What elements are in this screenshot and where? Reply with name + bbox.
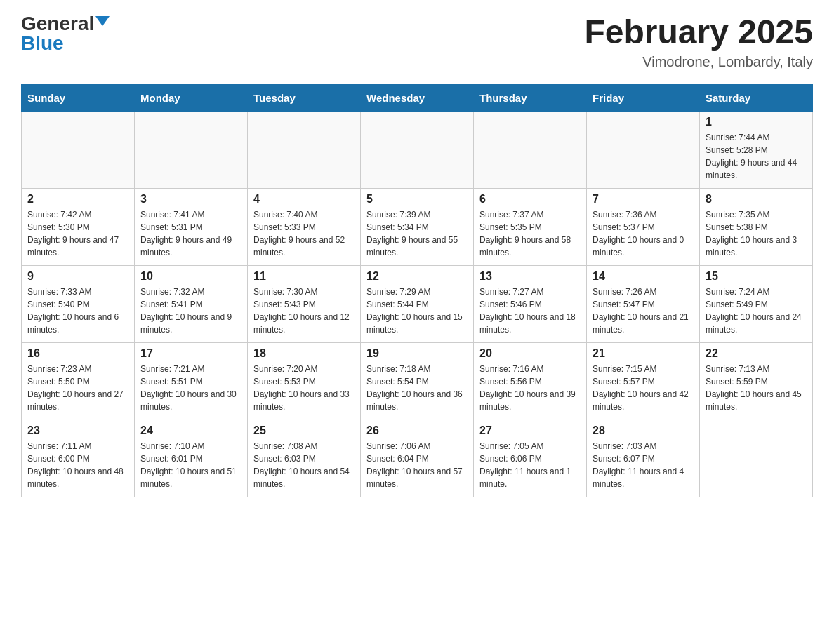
calendar-cell: 27Sunrise: 7:05 AMSunset: 6:06 PMDayligh… [474,420,587,497]
weekday-header-monday: Monday [135,84,248,111]
day-number: 7 [593,193,694,206]
calendar-cell [474,111,587,188]
day-number: 15 [706,270,807,283]
day-number: 14 [593,270,694,283]
day-number: 21 [593,347,694,360]
day-info: Sunrise: 7:27 AMSunset: 5:46 PMDaylight:… [479,286,581,336]
day-info: Sunrise: 7:40 AMSunset: 5:33 PMDaylight:… [253,208,355,259]
weekday-header-row: SundayMondayTuesdayWednesdayThursdayFrid… [22,84,813,111]
calendar-cell [22,111,135,188]
calendar-week-row: 23Sunrise: 7:11 AMSunset: 6:00 PMDayligh… [22,420,813,497]
calendar-cell: 24Sunrise: 7:10 AMSunset: 6:01 PMDayligh… [135,420,248,497]
day-info: Sunrise: 7:36 AMSunset: 5:37 PMDaylight:… [593,208,694,259]
page-header: General Blue February 2025 Vimodrone, Lo… [21,14,813,70]
calendar-cell: 22Sunrise: 7:13 AMSunset: 5:59 PMDayligh… [700,342,813,420]
calendar-cell: 8Sunrise: 7:35 AMSunset: 5:38 PMDaylight… [700,188,813,265]
day-info: Sunrise: 7:21 AMSunset: 5:51 PMDaylight:… [140,363,241,413]
day-info: Sunrise: 7:24 AMSunset: 5:49 PMDaylight:… [706,286,807,336]
day-info: Sunrise: 7:08 AMSunset: 6:03 PMDaylight:… [253,440,355,490]
calendar-week-row: 9Sunrise: 7:33 AMSunset: 5:40 PMDaylight… [22,265,813,342]
calendar-cell: 26Sunrise: 7:06 AMSunset: 6:04 PMDayligh… [361,420,474,497]
logo-blue-text: Blue [21,34,64,53]
calendar-cell: 19Sunrise: 7:18 AMSunset: 5:54 PMDayligh… [361,342,474,420]
day-info: Sunrise: 7:32 AMSunset: 5:41 PMDaylight:… [140,286,241,336]
day-number: 24 [140,424,241,437]
calendar-cell: 25Sunrise: 7:08 AMSunset: 6:03 PMDayligh… [248,420,361,497]
weekday-header-sunday: Sunday [22,84,135,111]
day-info: Sunrise: 7:05 AMSunset: 6:06 PMDaylight:… [479,440,581,490]
day-info: Sunrise: 7:44 AMSunset: 5:28 PMDaylight:… [706,131,807,182]
calendar-cell: 4Sunrise: 7:40 AMSunset: 5:33 PMDaylight… [248,188,361,265]
calendar-cell [587,111,700,188]
day-number: 2 [27,193,128,206]
day-info: Sunrise: 7:39 AMSunset: 5:34 PMDaylight:… [366,208,468,259]
calendar-cell: 7Sunrise: 7:36 AMSunset: 5:37 PMDaylight… [587,188,700,265]
day-number: 13 [479,270,581,283]
day-info: Sunrise: 7:06 AMSunset: 6:04 PMDaylight:… [366,440,468,490]
calendar-cell [135,111,248,188]
calendar-cell: 12Sunrise: 7:29 AMSunset: 5:44 PMDayligh… [361,265,474,342]
day-number: 19 [366,347,468,360]
calendar-cell: 10Sunrise: 7:32 AMSunset: 5:41 PMDayligh… [135,265,248,342]
day-info: Sunrise: 7:18 AMSunset: 5:54 PMDaylight:… [366,363,468,413]
calendar-week-row: 2Sunrise: 7:42 AMSunset: 5:30 PMDaylight… [22,188,813,265]
calendar-cell: 2Sunrise: 7:42 AMSunset: 5:30 PMDaylight… [22,188,135,265]
calendar-body: 1Sunrise: 7:44 AMSunset: 5:28 PMDaylight… [22,111,813,497]
day-info: Sunrise: 7:11 AMSunset: 6:00 PMDaylight:… [27,440,128,490]
day-info: Sunrise: 7:03 AMSunset: 6:07 PMDaylight:… [593,440,694,490]
calendar-week-row: 16Sunrise: 7:23 AMSunset: 5:50 PMDayligh… [22,342,813,420]
day-number: 6 [479,193,581,206]
day-number: 27 [479,424,581,437]
day-number: 22 [706,347,807,360]
calendar-cell: 18Sunrise: 7:20 AMSunset: 5:53 PMDayligh… [248,342,361,420]
calendar-cell: 16Sunrise: 7:23 AMSunset: 5:50 PMDayligh… [22,342,135,420]
day-info: Sunrise: 7:41 AMSunset: 5:31 PMDaylight:… [140,208,241,259]
calendar-cell: 20Sunrise: 7:16 AMSunset: 5:56 PMDayligh… [474,342,587,420]
calendar-cell: 21Sunrise: 7:15 AMSunset: 5:57 PMDayligh… [587,342,700,420]
calendar-cell: 14Sunrise: 7:26 AMSunset: 5:47 PMDayligh… [587,265,700,342]
day-info: Sunrise: 7:42 AMSunset: 5:30 PMDaylight:… [27,208,128,259]
calendar-cell [361,111,474,188]
calendar-cell: 17Sunrise: 7:21 AMSunset: 5:51 PMDayligh… [135,342,248,420]
day-number: 9 [27,270,128,283]
day-number: 28 [593,424,694,437]
day-info: Sunrise: 7:26 AMSunset: 5:47 PMDaylight:… [593,286,694,336]
day-info: Sunrise: 7:37 AMSunset: 5:35 PMDaylight:… [479,208,581,259]
day-number: 23 [27,424,128,437]
day-number: 11 [253,270,355,283]
calendar-cell: 3Sunrise: 7:41 AMSunset: 5:31 PMDaylight… [135,188,248,265]
day-number: 25 [253,424,355,437]
calendar-cell: 6Sunrise: 7:37 AMSunset: 5:35 PMDaylight… [474,188,587,265]
day-info: Sunrise: 7:23 AMSunset: 5:50 PMDaylight:… [27,363,128,413]
day-info: Sunrise: 7:20 AMSunset: 5:53 PMDaylight:… [253,363,355,413]
calendar-cell: 5Sunrise: 7:39 AMSunset: 5:34 PMDaylight… [361,188,474,265]
calendar-cell: 1Sunrise: 7:44 AMSunset: 5:28 PMDaylight… [700,111,813,188]
day-number: 16 [27,347,128,360]
day-number: 12 [366,270,468,283]
logo: General Blue [21,14,110,53]
calendar-cell: 15Sunrise: 7:24 AMSunset: 5:49 PMDayligh… [700,265,813,342]
location-text: Vimodrone, Lombardy, Italy [584,54,813,70]
day-info: Sunrise: 7:30 AMSunset: 5:43 PMDaylight:… [253,286,355,336]
calendar-header: SundayMondayTuesdayWednesdayThursdayFrid… [22,84,813,111]
day-number: 5 [366,193,468,206]
day-info: Sunrise: 7:15 AMSunset: 5:57 PMDaylight:… [593,363,694,413]
day-number: 1 [706,116,807,128]
day-info: Sunrise: 7:35 AMSunset: 5:38 PMDaylight:… [706,208,807,259]
calendar-week-row: 1Sunrise: 7:44 AMSunset: 5:28 PMDaylight… [22,111,813,188]
day-info: Sunrise: 7:16 AMSunset: 5:56 PMDaylight:… [479,363,581,413]
weekday-header-wednesday: Wednesday [361,84,474,111]
day-info: Sunrise: 7:13 AMSunset: 5:59 PMDaylight:… [706,363,807,413]
day-number: 4 [253,193,355,206]
day-number: 20 [479,347,581,360]
logo-general-text: General [21,14,94,34]
day-info: Sunrise: 7:33 AMSunset: 5:40 PMDaylight:… [27,286,128,336]
calendar-cell: 9Sunrise: 7:33 AMSunset: 5:40 PMDaylight… [22,265,135,342]
day-number: 8 [706,193,807,206]
day-number: 26 [366,424,468,437]
calendar-cell: 13Sunrise: 7:27 AMSunset: 5:46 PMDayligh… [474,265,587,342]
weekday-header-friday: Friday [587,84,700,111]
day-number: 3 [140,193,241,206]
calendar-cell [700,420,813,497]
title-area: February 2025 Vimodrone, Lombardy, Italy [584,14,813,70]
